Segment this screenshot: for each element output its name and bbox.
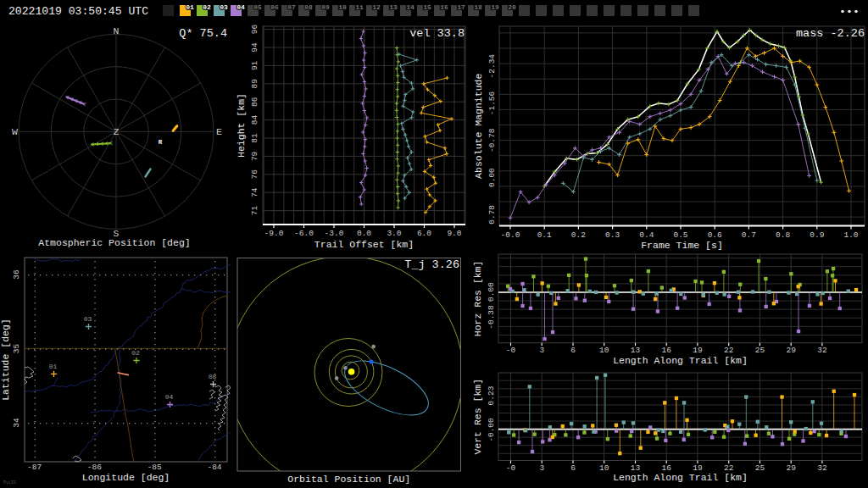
- svg-text:0.78: 0.78: [488, 205, 498, 225]
- svg-text:07: 07: [287, 3, 296, 11]
- svg-text:79: 79: [250, 151, 259, 161]
- svg-text:22: 22: [724, 463, 734, 473]
- svg-text:86: 86: [250, 97, 259, 107]
- svg-text:71: 71: [250, 206, 259, 216]
- svg-text:-0.0: -0.0: [501, 230, 520, 240]
- svg-text:13: 13: [631, 463, 641, 473]
- svg-text:20221019 03:50:45 UTC: 20221019 03:50:45 UTC: [8, 5, 148, 18]
- svg-text:03: 03: [220, 3, 228, 11]
- svg-text:0.7: 0.7: [742, 230, 756, 240]
- svg-text:18: 18: [474, 3, 482, 11]
- svg-text:-0.38: -0.38: [487, 305, 496, 330]
- svg-text:19: 19: [693, 463, 703, 473]
- svg-text:0.23: 0.23: [487, 385, 496, 405]
- svg-text:1.0: 1.0: [843, 230, 858, 240]
- svg-text:E: E: [216, 126, 222, 137]
- svg-text:R: R: [159, 139, 163, 146]
- svg-text:6: 6: [570, 463, 576, 473]
- svg-text:16: 16: [661, 346, 671, 355]
- svg-text:3: 3: [539, 463, 544, 473]
- svg-text:25: 25: [755, 346, 765, 355]
- svg-text:T_j 3.26: T_j 3.26: [404, 258, 459, 271]
- svg-text:Latitude [deg]: Latitude [deg]: [0, 319, 11, 401]
- svg-text:vel 33.8: vel 33.8: [409, 27, 465, 40]
- svg-text:6: 6: [570, 346, 576, 355]
- svg-text:29: 29: [786, 463, 796, 473]
- svg-text:32: 32: [817, 463, 827, 473]
- svg-text:-86: -86: [87, 463, 102, 472]
- svg-text:-9.0: -9.0: [264, 229, 284, 238]
- svg-text:08: 08: [209, 373, 217, 380]
- svg-text:14: 14: [406, 3, 415, 11]
- svg-text:20: 20: [508, 3, 516, 11]
- svg-text:94: 94: [250, 42, 259, 53]
- svg-text:01: 01: [49, 363, 58, 370]
- svg-text:Longitude [deg]: Longitude [deg]: [82, 472, 170, 483]
- svg-text:Height [km]: Height [km]: [236, 93, 247, 158]
- svg-text:04: 04: [236, 3, 245, 11]
- svg-text:3.0: 3.0: [387, 229, 401, 238]
- svg-text:96: 96: [250, 25, 259, 35]
- svg-text:0.5: 0.5: [673, 230, 687, 240]
- svg-text:03: 03: [84, 315, 92, 323]
- svg-text:-84: -84: [207, 463, 221, 472]
- svg-text:0.0: 0.0: [357, 229, 371, 238]
- svg-text:-85: -85: [147, 463, 162, 472]
- svg-text:01: 01: [186, 3, 194, 11]
- svg-text:22: 22: [724, 346, 734, 355]
- svg-text:-0.78: -0.78: [488, 128, 498, 152]
- svg-text:25: 25: [755, 463, 765, 473]
- svg-text:Q* 75.4: Q* 75.4: [179, 27, 227, 40]
- svg-text:-1.56: -1.56: [488, 91, 498, 115]
- svg-text:76: 76: [250, 169, 259, 180]
- svg-text:Horz Res [km]: Horz Res [km]: [472, 260, 483, 336]
- svg-text:05: 05: [253, 3, 262, 11]
- svg-text:35: 35: [12, 344, 21, 354]
- svg-text:84: 84: [250, 115, 259, 125]
- svg-text:0.9: 0.9: [810, 230, 824, 240]
- svg-text:74: 74: [250, 187, 259, 197]
- svg-text:81: 81: [250, 133, 259, 143]
- svg-text:N: N: [114, 25, 120, 36]
- svg-text:17: 17: [457, 3, 465, 11]
- svg-text:6.0: 6.0: [417, 229, 431, 238]
- svg-text:9.0: 9.0: [447, 229, 461, 238]
- svg-text:-2.34: -2.34: [488, 54, 498, 79]
- svg-text:Atmospheric Position [deg]: Atmospheric Position [deg]: [38, 237, 190, 248]
- svg-text:mass -2.26: mass -2.26: [796, 27, 865, 40]
- svg-text:Trail Offset [km]: Trail Offset [km]: [314, 239, 414, 250]
- svg-text:Z: Z: [114, 127, 120, 137]
- svg-text:0.1: 0.1: [537, 230, 552, 240]
- svg-text:Absolute Magnitude: Absolute Magnitude: [473, 74, 484, 179]
- svg-text:0.2: 0.2: [571, 230, 586, 240]
- svg-text:0.3: 0.3: [605, 230, 620, 240]
- svg-text:13: 13: [389, 3, 398, 11]
- svg-text:-3.0: -3.0: [325, 229, 344, 238]
- svg-text:-87: -87: [27, 463, 42, 472]
- svg-text:91: 91: [250, 60, 259, 70]
- svg-text:10: 10: [338, 3, 347, 11]
- svg-text:Frame Time [s]: Frame Time [s]: [641, 240, 723, 251]
- svg-text:36: 36: [12, 269, 21, 280]
- svg-text:10: 10: [599, 463, 609, 473]
- svg-text:Length Along Trail [km]: Length Along Trail [km]: [613, 355, 748, 366]
- svg-text:13: 13: [631, 346, 641, 355]
- svg-text:02: 02: [131, 349, 140, 357]
- svg-text:29: 29: [786, 346, 796, 355]
- svg-text:02: 02: [203, 3, 211, 11]
- svg-text:-0: -0: [506, 346, 516, 355]
- svg-text:08: 08: [304, 3, 313, 11]
- svg-text:0.8: 0.8: [776, 230, 790, 240]
- svg-text:15: 15: [423, 3, 431, 11]
- svg-text:Vert Res [km]: Vert Res [km]: [472, 379, 483, 455]
- svg-text:16: 16: [440, 3, 448, 11]
- svg-text:10: 10: [599, 346, 609, 355]
- svg-text:0.6: 0.6: [708, 230, 722, 240]
- svg-text:11: 11: [355, 3, 364, 11]
- svg-text:32: 32: [817, 346, 827, 355]
- svg-text:-0.00: -0.00: [487, 418, 496, 442]
- svg-text:34: 34: [12, 418, 21, 428]
- svg-text:89: 89: [250, 79, 259, 89]
- svg-text:06: 06: [270, 3, 279, 11]
- svg-text:PyLIG: PyLIG: [3, 480, 16, 485]
